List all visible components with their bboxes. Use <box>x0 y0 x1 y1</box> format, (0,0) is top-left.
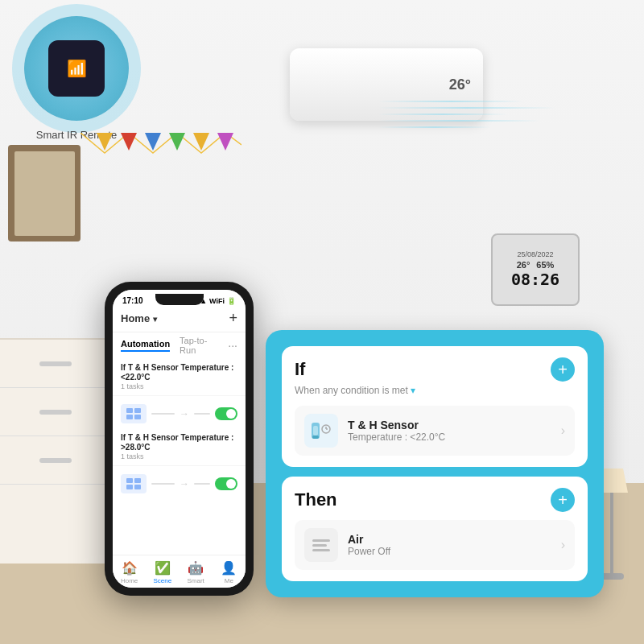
auto-line-small-2 <box>194 483 210 485</box>
arrow-icon-1: → <box>180 408 189 419</box>
status-icons: ▲ WiFi 🔋 <box>200 297 236 305</box>
tab-tap-to-run[interactable]: Tap-to-Run <box>180 336 218 355</box>
airflow-line-5 <box>378 126 491 128</box>
svg-rect-11 <box>126 485 133 489</box>
automation-1-tasks: 1 tasks <box>121 382 237 390</box>
auto-line-2 <box>151 483 175 485</box>
sensor-name: T & H Sensor <box>348 419 551 431</box>
phone-tabs: Automation Tap-to-Run ··· <box>113 332 246 358</box>
thermostat: 25/08/2022 26° 65% 08:26 <box>491 233 580 306</box>
thermostat-time: 08:26 <box>511 270 559 289</box>
home-title: Home ▾ <box>121 312 157 324</box>
air-info: Air Power Off <box>348 533 551 557</box>
condition-text: When any condition is met ▾ <box>295 385 575 396</box>
drawer-handle-3 <box>39 458 72 463</box>
phone-header: Home ▾ + <box>113 307 246 332</box>
if-add-button[interactable]: + <box>551 357 575 382</box>
svg-rect-16 <box>312 436 319 439</box>
popup-card: If + When any condition is met ▾ T & H S… <box>266 330 604 597</box>
thermostat-temp: 26° <box>517 260 530 270</box>
auto-line-small-1 <box>194 413 210 415</box>
sensor-detail: Temperature : <22.0°C <box>348 431 551 443</box>
then-section-header: Then + <box>295 488 575 512</box>
if-section: If + When any condition is met ▾ T & H S… <box>282 346 588 467</box>
nav-scene[interactable]: ✅ Scene <box>146 560 179 584</box>
automation-1-subtitle: <22.0°C <box>121 373 237 382</box>
nav-home[interactable]: 🏠 Home <box>113 560 146 584</box>
toggle-1[interactable] <box>215 407 237 420</box>
nav-smart-label: Smart <box>187 577 204 584</box>
automation-2-title: If T & H Sensor Temperature : <box>121 433 237 442</box>
sensor-row[interactable]: T & H Sensor Temperature : <22.0°C › <box>295 406 575 456</box>
svg-rect-7 <box>126 415 133 419</box>
then-add-button[interactable]: + <box>551 488 575 512</box>
battery-icon: 🔋 <box>227 297 236 305</box>
ir-remote-container: 📶 Smart IR Remote <box>24 16 129 141</box>
automation-1-title: If T & H Sensor Temperature : <box>121 363 237 372</box>
auto-line-1 <box>151 413 175 415</box>
svg-rect-13 <box>134 485 141 489</box>
wifi-icon: 📶 <box>67 59 87 78</box>
automation-2-icon <box>121 474 147 493</box>
nav-me-label: Me <box>225 577 233 584</box>
drawer-3 <box>0 436 111 485</box>
air-lines-icon <box>312 539 330 551</box>
air-icon <box>304 528 338 562</box>
if-section-header: If + <box>295 357 575 382</box>
bunting <box>80 133 242 157</box>
automation-2-subtitle: >28.0°C <box>121 443 237 452</box>
sensor-info: T & H Sensor Temperature : <22.0°C <box>348 419 551 443</box>
wall-frame <box>8 145 80 242</box>
airflow-line-1 <box>378 101 523 102</box>
arrow-icon-2: → <box>180 478 189 489</box>
air-chevron: › <box>561 538 565 552</box>
svg-marker-1 <box>121 133 137 151</box>
if-title: If <box>295 359 305 380</box>
wifi-status-icon: WiFi <box>209 297 225 305</box>
automation-item-2[interactable]: If T & H Sensor Temperature : >28.0°C 1 … <box>113 428 246 466</box>
add-button[interactable]: + <box>229 310 237 327</box>
lamp-pole <box>610 493 613 573</box>
home-nav-icon: 🏠 <box>122 560 138 576</box>
nav-smart[interactable]: 🤖 Smart <box>180 560 213 584</box>
automation-1-row: → <box>113 401 246 428</box>
thermostat-humidity: 65% <box>536 260 554 270</box>
condition-dropdown[interactable]: ▾ <box>411 385 415 396</box>
svg-rect-10 <box>126 478 133 483</box>
airflow-lines <box>378 101 555 128</box>
sensor-icon <box>304 414 338 448</box>
svg-rect-9 <box>134 415 141 419</box>
toggle-circle-2 <box>226 479 236 489</box>
drawer-handle-1 <box>39 361 72 366</box>
phone-notch <box>155 294 204 305</box>
automation-2-row: → <box>113 471 246 498</box>
svg-rect-8 <box>134 408 141 413</box>
tab-automation[interactable]: Automation <box>121 339 170 352</box>
air-row[interactable]: Air Power Off › <box>295 520 575 570</box>
drawer-1 <box>0 340 111 388</box>
status-time: 17:10 <box>122 296 143 305</box>
svg-rect-12 <box>134 478 141 483</box>
tab-more[interactable]: ··· <box>228 339 237 352</box>
automation-item-1[interactable]: If T & H Sensor Temperature : <22.0°C 1 … <box>113 358 246 396</box>
svg-rect-6 <box>126 408 133 413</box>
scene-nav-icon: ✅ <box>155 560 171 576</box>
svg-marker-3 <box>169 133 185 151</box>
ir-device: 📶 <box>48 40 105 97</box>
nav-home-label: Home <box>121 577 138 584</box>
phone-mockup: 17:10 ▲ WiFi 🔋 Home ▾ + Automation Tap-t… <box>105 282 254 596</box>
air-detail: Power Off <box>348 546 551 557</box>
drawer-2 <box>0 388 111 436</box>
ac-display: 26° <box>449 76 471 93</box>
thermostat-date: 25/08/2022 <box>517 250 553 258</box>
nav-scene-label: Scene <box>154 577 172 584</box>
nav-me[interactable]: 👤 Me <box>213 560 246 584</box>
automation-1-icon <box>121 404 147 423</box>
me-nav-icon: 👤 <box>221 560 237 576</box>
toggle-2[interactable] <box>215 477 237 490</box>
svg-rect-15 <box>313 426 318 436</box>
drawer-handle-2 <box>39 410 72 415</box>
then-title: Then <box>295 489 337 510</box>
thermostat-readings: 26° 65% <box>517 260 555 270</box>
svg-marker-5 <box>217 133 233 151</box>
